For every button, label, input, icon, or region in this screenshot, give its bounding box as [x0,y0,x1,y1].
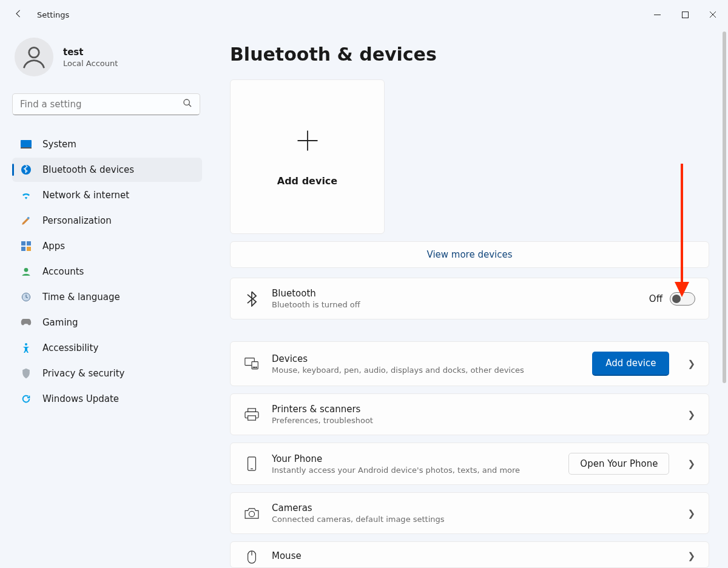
svg-rect-7 [21,140,32,147]
mouse-icon [244,550,260,564]
gamepad-icon [21,317,32,328]
svg-rect-12 [27,241,31,246]
profile-block[interactable]: test Local Account [12,38,195,76]
bluetooth-icon [244,291,260,307]
clock-icon [21,292,32,302]
chevron-right-icon: ❯ [681,409,695,420]
profile-subtitle: Local Account [63,59,118,68]
cameras-subtitle: Connected cameras, default image setting… [272,515,669,524]
sidebar-item-bluetooth-devices[interactable]: Bluetooth & devices [12,158,202,182]
svg-point-10 [27,217,30,219]
bluetooth-subtitle: Bluetooth is turned off [272,300,637,309]
titlebar: Settings [0,0,728,29]
sidebar-item-accounts[interactable]: Accounts [12,259,202,284]
devices-title: Devices [272,353,580,364]
printer-icon [244,408,260,421]
svg-point-23 [254,367,255,367]
svg-point-22 [253,367,254,367]
wifi-icon [21,190,32,201]
add-device-label: Add device [277,175,337,187]
sidebar-item-label: Bluetooth & devices [42,164,134,175]
close-button[interactable] [699,4,727,25]
printers-title: Printers & scanners [272,404,669,415]
scrollbar[interactable] [723,32,726,383]
svg-rect-27 [248,415,256,419]
chevron-right-icon: ❯ [681,358,695,369]
sidebar-item-accessibility[interactable]: Accessibility [12,336,202,360]
sidebar-item-windows-update[interactable]: Windows Update [12,387,202,411]
sidebar-item-time-language[interactable]: Time & language [12,285,202,309]
sidebar-item-label: Apps [42,241,65,252]
svg-rect-14 [27,247,31,251]
minimize-button[interactable] [643,4,671,25]
search-icon [183,98,192,110]
svg-point-9 [21,165,31,175]
sidebar-item-label: Gaming [42,317,78,328]
svg-rect-25 [248,408,256,412]
chevron-right-icon: ❯ [681,458,695,469]
shield-icon [21,368,32,379]
page-title: Bluetooth & devices [230,44,716,65]
back-button[interactable] [13,8,24,21]
app-title: Settings [37,10,69,19]
your-phone-subtitle: Instantly access your Android device's p… [272,466,556,475]
bluetooth-row: Bluetooth Bluetooth is turned off Off [230,278,709,319]
sidebar-item-label: Windows Update [42,393,119,404]
sidebar-item-label: Privacy & security [42,368,124,379]
plus-icon [294,127,321,157]
search-input[interactable] [20,99,183,110]
nav: System Bluetooth & devices Network & int… [12,132,195,411]
chevron-right-icon: ❯ [681,508,695,519]
svg-rect-8 [21,147,32,149]
sidebar-item-label: System [42,139,76,150]
devices-icon [244,357,260,370]
cameras-row[interactable]: Cameras Connected cameras, default image… [230,492,709,534]
sidebar-item-privacy-security[interactable]: Privacy & security [12,361,202,386]
your-phone-row[interactable]: Your Phone Instantly access your Android… [230,443,709,485]
svg-line-6 [189,104,191,107]
open-your-phone-button[interactable]: Open Your Phone [568,453,669,475]
update-icon [21,393,32,404]
devices-subtitle: Mouse, keyboard, pen, audio, displays an… [272,366,580,375]
mouse-row[interactable]: Mouse ❯ [230,541,709,568]
svg-point-17 [25,343,27,346]
cameras-title: Cameras [272,503,669,513]
printers-subtitle: Preferences, troubleshoot [272,416,669,425]
brush-icon [21,215,32,226]
view-more-devices-button[interactable]: View more devices [230,241,709,268]
svg-point-4 [29,47,39,58]
sidebar-item-network-internet[interactable]: Network & internet [12,183,202,207]
search-box[interactable] [12,93,200,115]
avatar [15,38,53,76]
printers-row[interactable]: Printers & scanners Preferences, trouble… [230,393,709,435]
sidebar-item-label: Accounts [42,266,84,277]
sidebar-item-personalization[interactable]: Personalization [12,209,202,233]
svg-point-15 [24,268,29,272]
devices-row[interactable]: Devices Mouse, keyboard, pen, audio, dis… [230,341,709,386]
camera-icon [244,507,260,520]
bluetooth-icon [21,164,32,175]
sidebar-item-system[interactable]: System [12,132,202,156]
sidebar-item-label: Personalization [42,215,112,226]
apps-icon [21,241,32,252]
window-controls [643,4,727,25]
main-panel: Bluetooth & devices Add device View more… [203,29,728,568]
bluetooth-state-label: Off [649,293,662,304]
mouse-title: Mouse [272,550,669,561]
maximize-button[interactable] [671,4,699,25]
your-phone-title: Your Phone [272,453,556,464]
add-device-button[interactable]: Add device [592,352,669,376]
sidebar-item-label: Time & language [42,292,120,302]
sidebar: test Local Account System Bluetooth & de… [0,29,203,568]
person-icon [21,266,32,277]
sidebar-item-apps[interactable]: Apps [12,234,202,258]
accessibility-icon [21,342,32,353]
svg-point-24 [256,367,257,367]
sidebar-item-label: Accessibility [42,342,98,353]
sidebar-item-gaming[interactable]: Gaming [12,310,202,335]
profile-name: test [63,47,118,58]
chevron-right-icon: ❯ [681,550,695,561]
add-device-card[interactable]: Add device [230,79,385,234]
bluetooth-toggle[interactable] [670,292,695,306]
svg-point-5 [184,99,189,105]
